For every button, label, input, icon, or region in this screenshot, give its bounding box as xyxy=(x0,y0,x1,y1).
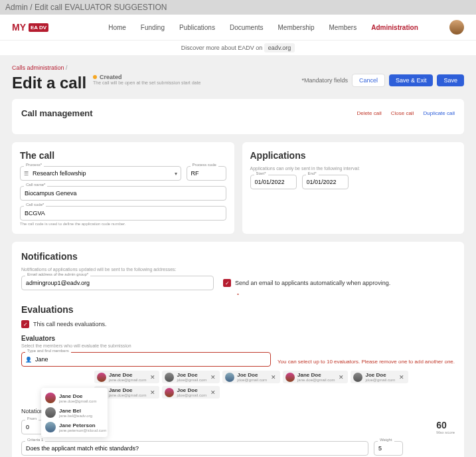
evaluator-chip: Joe Doejdoe@gmail.com✕ xyxy=(162,371,220,383)
the-call-title: The call xyxy=(20,150,226,161)
suggest-item[interactable]: Jane Beljane.bel@eadv.org xyxy=(44,405,105,420)
call-management-title: Call management xyxy=(21,108,93,118)
nav-funding[interactable]: Funding xyxy=(141,24,165,31)
user-avatar[interactable] xyxy=(449,20,464,35)
suggest-email: jane.peterson@icloud.com xyxy=(59,428,106,432)
process-code-field xyxy=(187,166,226,181)
nav-members[interactable]: Members xyxy=(329,24,357,31)
suggest-email: jane.doe@gmail.com xyxy=(59,399,96,403)
suggest-name: Jane Peterson xyxy=(59,422,106,428)
save-exit-button[interactable]: Save & Exit xyxy=(389,74,434,86)
avatar-icon xyxy=(225,373,234,382)
chip-name: Joe Doe xyxy=(177,387,206,393)
status-sub: The call will be open at the set submiss… xyxy=(93,80,200,85)
chip-name: Jane Doe xyxy=(109,387,146,393)
avatar-icon xyxy=(97,373,106,382)
logo-badge: EA DV xyxy=(29,23,48,32)
delete-call-link[interactable]: Delete call xyxy=(357,110,381,116)
max-score: 60 Max score xyxy=(436,420,455,434)
nav-publications[interactable]: Publications xyxy=(179,24,215,31)
evaluator-search-label: Type and find members xyxy=(25,349,71,353)
call-code-note: The call code is used to define the appl… xyxy=(20,222,226,226)
notifications-title: Notifications xyxy=(21,251,455,262)
needs-eval-checkbox[interactable]: ✓ xyxy=(21,320,29,328)
cancel-button[interactable]: Cancel xyxy=(352,74,385,87)
auto-email-checkbox[interactable]: ✓ xyxy=(223,279,231,287)
indicator-dot-icon: • xyxy=(21,292,455,296)
duplicate-call-link[interactable]: Duplicate call xyxy=(423,110,455,116)
call-columns: The call Process* Research fellowship Pr… xyxy=(12,142,464,234)
status-label: Created xyxy=(100,74,122,80)
nav-home[interactable]: Home xyxy=(108,24,126,31)
status-badge: Created xyxy=(93,74,200,80)
suggest-name: Jane Bel xyxy=(59,408,92,414)
process-label: Process* xyxy=(24,163,44,167)
breadcrumb: Calls administration / xyxy=(12,64,464,71)
suggest-item[interactable]: Jane Doejane.doe@gmail.com xyxy=(44,391,105,405)
chip-name: Joe Doe xyxy=(177,372,206,378)
remove-chip-icon[interactable]: ✕ xyxy=(337,374,345,381)
page-content: Calls administration / Edit a call Creat… xyxy=(0,55,476,457)
evaluator-chip: Joe Doejdoe@gmail.com✕ xyxy=(351,371,408,383)
discover-text: Discover more about EADV on xyxy=(181,45,263,51)
avatar-icon xyxy=(45,422,56,432)
evaluator-limit-msg: You can select up to 10 evaluators. Plea… xyxy=(278,359,455,365)
remove-chip-icon[interactable]: ✕ xyxy=(209,389,217,396)
evaluations-title: Evaluations xyxy=(21,304,455,315)
evaluator-chip: Jane Doejane.doe@gmail.com✕ xyxy=(283,371,348,383)
remove-chip-icon[interactable]: ✕ xyxy=(149,389,157,396)
breadcrumb-root[interactable]: Calls administration xyxy=(12,64,64,71)
suggest-name: Jane Doe xyxy=(59,393,96,399)
chip-name: Jane Doe xyxy=(297,372,335,378)
close-call-link[interactable]: Close call xyxy=(391,110,414,116)
save-button[interactable]: Save xyxy=(437,74,464,86)
chip-name: Joe Doe xyxy=(365,372,395,378)
avatar-icon xyxy=(45,407,56,418)
app-end-input[interactable] xyxy=(302,175,349,189)
nav-documents[interactable]: Documents xyxy=(230,24,264,31)
logo[interactable]: MY EA DV xyxy=(12,22,48,33)
mandatory-note: *Mandatory fields xyxy=(301,77,348,84)
evaluator-chip: Jane Doejane.doe@gmail.com✕ xyxy=(94,371,159,383)
remove-chip-icon[interactable]: ✕ xyxy=(270,374,278,381)
discover-link[interactable]: eadv.org xyxy=(264,43,295,52)
discover-banner: Discover more about EADV on eadv.org xyxy=(0,40,476,55)
criteria1-input[interactable] xyxy=(21,441,368,456)
notation-from-label: From xyxy=(25,416,39,420)
evaluator-search-input[interactable] xyxy=(21,352,271,367)
app-end-label: End* xyxy=(306,171,319,175)
nav-administration[interactable]: Administration xyxy=(371,24,418,31)
call-name-input[interactable] xyxy=(20,186,226,201)
window-titlebar: Admin / Edit call EVALUATOR SUGGESTION xyxy=(0,0,476,15)
applications-panel: Applications Applications can only be se… xyxy=(242,142,465,234)
main-nav: Home Funding Publications Documents Memb… xyxy=(108,24,418,31)
needs-eval-label: This call needs evaluations. xyxy=(33,321,107,327)
the-call-panel: The call Process* Research fellowship Pr… xyxy=(12,142,234,234)
avatar-icon xyxy=(45,393,56,403)
remove-chip-icon[interactable]: ✕ xyxy=(398,374,406,381)
app-start-input[interactable] xyxy=(250,175,297,189)
chip-email: jdoe@gmail.com xyxy=(177,378,206,382)
criteria1-weight-input[interactable] xyxy=(374,441,403,456)
logo-text: MY xyxy=(12,22,26,33)
avatar-icon xyxy=(353,373,362,382)
chip-email: jdoe@gmail.com xyxy=(177,393,206,397)
evaluators-hint: Select the members who will evaluate the… xyxy=(21,343,455,348)
chip-email: jane.doe@gmail.com xyxy=(297,378,335,382)
max-score-value: 60 xyxy=(436,420,455,430)
criteria1-label: Criteria 1 xyxy=(25,438,45,442)
suggest-item[interactable]: Jane Petersonjane.peterson@icloud.com xyxy=(44,420,105,434)
remove-chip-icon[interactable]: ✕ xyxy=(149,374,157,381)
call-code-input[interactable] xyxy=(20,206,226,221)
process-code-label: Process code xyxy=(191,163,218,167)
call-management-card: Call management Delete call Close call D… xyxy=(12,99,464,134)
chip-email: jdoe@gmail.com xyxy=(365,378,395,382)
process-select[interactable]: Research fellowship xyxy=(20,166,181,181)
evaluators-subtitle: Evaluators xyxy=(21,335,455,342)
chip-email: jane.doe@gmail.com xyxy=(109,378,146,382)
avatar-icon xyxy=(285,373,295,382)
app-start-label: Start* xyxy=(254,171,268,175)
remove-chip-icon[interactable]: ✕ xyxy=(209,374,217,381)
nav-membership[interactable]: Membership xyxy=(278,24,314,31)
admin-email-input[interactable] xyxy=(21,276,214,290)
